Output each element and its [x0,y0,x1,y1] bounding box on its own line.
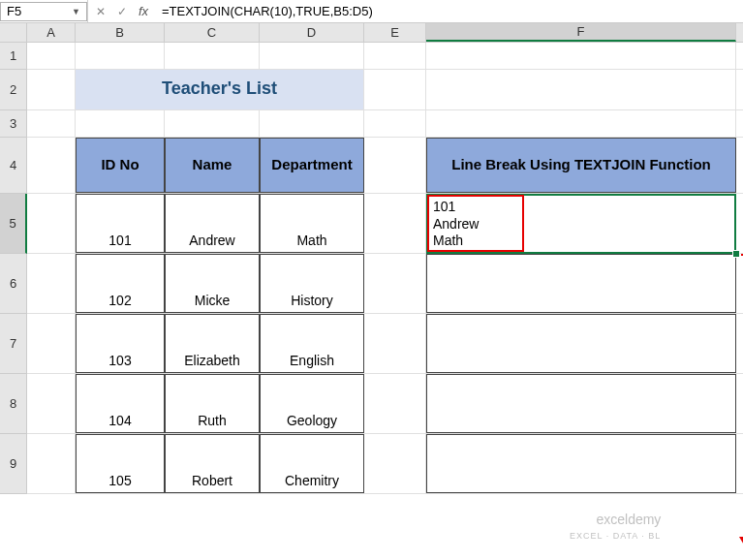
cell-result[interactable] [426,254,736,313]
cell-id[interactable]: 104 [76,374,165,433]
cell[interactable] [165,43,260,69]
row-header-6[interactable]: 6 [0,254,27,314]
table-row: 103 Elizabeth English [27,314,743,374]
cell[interactable] [364,194,426,253]
watermark-text: exceldemy [596,512,661,527]
cell[interactable] [364,314,426,373]
col-header-E[interactable]: E [364,23,426,42]
col-header-B[interactable]: B [76,23,165,42]
watermark: exceldemy EXCEL · DATA · BL [570,513,661,543]
cell-name[interactable]: Robert [165,434,260,493]
cell[interactable] [27,434,76,493]
cell[interactable] [165,110,260,137]
watermark-sub: EXCEL · DATA · BL [570,531,661,541]
cancel-formula-button[interactable]: ✕ [90,1,111,22]
cell-result[interactable] [426,434,736,493]
table-row [27,43,743,70]
cell[interactable] [426,70,736,109]
cell[interactable] [364,110,426,137]
row-header-1[interactable]: 1 [0,43,27,70]
cell-result[interactable] [426,314,736,373]
th-id[interactable]: ID No [76,138,165,193]
row-header-9[interactable]: 9 [0,434,27,494]
table-row: 102 Micke History [27,254,743,314]
name-box-wrap: F5 ▼ [0,0,88,22]
cell-dept[interactable]: English [260,314,364,373]
cell[interactable] [426,43,736,69]
table-row [27,110,743,138]
row-header-5[interactable]: 5 [0,194,27,254]
cell[interactable] [27,374,76,433]
formula-bar: F5 ▼ ✕ ✓ fx =TEXTJOIN(CHAR(10),TRUE,B5:D… [0,0,743,23]
cell[interactable] [364,70,426,109]
th-dept[interactable]: Department [260,138,364,193]
column-headers: A B C D E F [0,23,743,43]
row-header-3[interactable]: 3 [0,110,27,138]
cell[interactable] [27,138,76,193]
cell-name[interactable]: Andrew [165,194,260,253]
cancel-icon: ✕ [96,5,106,18]
cell[interactable] [364,374,426,433]
cell[interactable] [260,43,364,69]
fx-icon: fx [139,4,148,18]
cell[interactable] [364,43,426,69]
th-name[interactable]: Name [165,138,260,193]
cell[interactable] [364,138,426,193]
insert-function-button[interactable]: fx [133,1,154,22]
row-headers: 1 2 3 4 5 6 7 8 9 [0,43,27,494]
cell[interactable] [27,254,76,313]
cells-area: Teacher's List ID No Name Department Lin… [27,43,743,494]
formula-text: =TEXTJOIN(CHAR(10),TRUE,B5:D5) [162,4,373,18]
cell-dept[interactable]: Chemitry [260,434,364,493]
cell[interactable] [426,110,736,137]
cell-id[interactable]: 103 [76,314,165,373]
cell[interactable] [27,110,76,137]
col-header-F[interactable]: F [426,23,736,42]
table-row: 104 Ruth Geology [27,374,743,434]
cell-dept[interactable]: History [260,254,364,313]
cell[interactable] [260,110,364,137]
col-header-D[interactable]: D [260,23,364,42]
page-title[interactable]: Teacher's List [76,70,364,109]
cell[interactable] [76,43,165,69]
cell-dept[interactable]: Geology [260,374,364,433]
grid: 1 2 3 4 5 6 7 8 9 Teacher's List [0,43,743,494]
select-all-corner[interactable] [0,23,27,42]
row-header-4[interactable]: 4 [0,138,27,194]
cell-id[interactable]: 102 [76,254,165,313]
cell-result[interactable] [426,374,736,433]
cell-result[interactable]: 101 Andrew Math [426,194,736,253]
table-row: 101 Andrew Math 101 Andrew Math [27,194,743,254]
cell-dept[interactable]: Math [260,194,364,253]
enter-formula-button[interactable]: ✓ [111,1,133,22]
col-header-C[interactable]: C [165,23,260,42]
cell-name[interactable]: Micke [165,254,260,313]
row-header-2[interactable]: 2 [0,70,27,110]
check-icon: ✓ [117,5,127,18]
cell-id[interactable]: 105 [76,434,165,493]
cell[interactable] [27,70,76,109]
table-row: ID No Name Department Line Break Using T… [27,138,743,194]
row-header-7[interactable]: 7 [0,314,27,374]
th-result[interactable]: Line Break Using TEXTJOIN Function [426,138,736,193]
cell-name[interactable]: Ruth [165,374,260,433]
cell[interactable] [27,314,76,373]
cell[interactable] [27,43,76,69]
table-row: Teacher's List [27,70,743,110]
cell[interactable] [364,434,426,493]
cell[interactable] [364,254,426,313]
cell-name[interactable]: Elizabeth [165,314,260,373]
chevron-down-icon[interactable]: ▼ [72,7,80,16]
name-box[interactable]: F5 ▼ [0,2,87,21]
row-header-8[interactable]: 8 [0,374,27,434]
col-header-A[interactable]: A [27,23,76,42]
formula-buttons: ✕ ✓ fx [88,1,156,22]
formula-input[interactable]: =TEXTJOIN(CHAR(10),TRUE,B5:D5) [156,0,743,22]
cell-id[interactable]: 101 [76,194,165,253]
table-row: 105 Robert Chemitry [27,434,743,494]
cell[interactable] [76,110,165,137]
fill-handle[interactable] [732,250,740,258]
cell[interactable] [27,194,76,253]
name-box-value: F5 [7,4,21,18]
